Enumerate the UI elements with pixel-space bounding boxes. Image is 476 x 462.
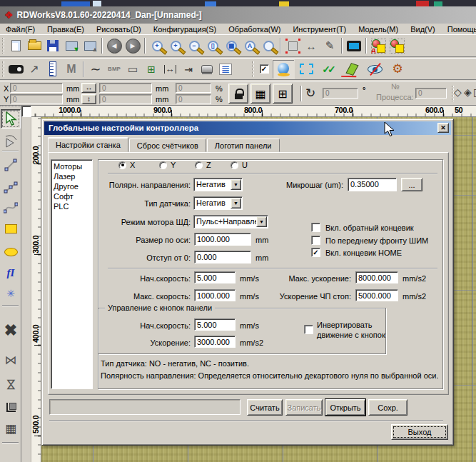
list-item-other[interactable]: Другое (51, 181, 92, 191)
edit-pen-button[interactable]: ✎ (320, 36, 339, 55)
menu-item-help[interactable]: Помощь(H) (447, 25, 476, 34)
axis-radio-x[interactable]: X (118, 161, 135, 169)
material-test-button[interactable] (340, 59, 363, 79)
height-scale-field[interactable]: 0 (176, 94, 211, 104)
h-distribute-button[interactable]: ↔ (161, 60, 179, 79)
polarity-combo[interactable]: Негатив ▼ (193, 178, 243, 191)
microstep-more-button[interactable]: ... (401, 178, 422, 191)
toolbar-handle[interactable] (252, 61, 254, 77)
dialog-close-button[interactable]: ✕ (437, 123, 449, 133)
menu-item-model[interactable]: Модель(M) (358, 25, 398, 34)
verify-button[interactable]: ✓✓ (318, 59, 340, 79)
manual-move-button[interactable]: M (62, 60, 81, 79)
frame-select-button[interactable] (283, 36, 302, 55)
polyline-tool-button[interactable] (1, 176, 21, 196)
settings-button[interactable]: ⚙ (386, 59, 409, 79)
text-tool-button[interactable]: fI (1, 263, 21, 283)
grid-snap-button[interactable]: ▦ (250, 84, 270, 104)
open-file-button[interactable] (25, 36, 44, 55)
menu-item-edit[interactable]: Правка(E) (47, 25, 84, 34)
menu-item-file[interactable]: Файл(F) (6, 25, 35, 34)
zoom-in-button[interactable]: + (166, 36, 185, 55)
rectangle-tool-button[interactable] (1, 219, 21, 238)
lock-ratio-button[interactable] (228, 84, 248, 104)
hide-outline-button[interactable] (363, 59, 386, 79)
microstep-field[interactable]: 0.35000 (348, 178, 397, 191)
undo-button[interactable]: ◀ (105, 36, 123, 55)
mirror-vertical-button[interactable]: ⋈ (1, 375, 21, 394)
zoom-out-button[interactable]: − (185, 36, 203, 55)
rect-check-button[interactable]: ▭ (123, 60, 142, 79)
dimension-button[interactable]: ↔ (302, 36, 320, 55)
width-field[interactable]: 0 (99, 83, 152, 93)
list-item-motors[interactable]: Моторы (51, 161, 92, 171)
tab-machine-settings[interactable]: Настройки станка (48, 137, 128, 152)
height-field[interactable]: 0 (99, 94, 152, 104)
task-list-button[interactable]: ≣ (216, 60, 235, 79)
write-button[interactable]: Записать (285, 399, 323, 416)
zoom-tool-button[interactable] (259, 36, 278, 55)
dropdown-arrow-icon[interactable]: ▼ (231, 198, 241, 209)
node-edit-button[interactable]: ⊞ (142, 60, 161, 79)
motor-mode-combo[interactable]: Пульс+Направлен ▼ (193, 215, 268, 229)
checkbox-pwm-front[interactable]: По переднему фронту ШИМ (311, 236, 428, 245)
axis-radio-u[interactable]: U (231, 161, 248, 169)
menu-item-draw[interactable]: Рисовать(D) (96, 25, 141, 34)
toolbar-handle[interactable] (2, 61, 4, 77)
tab-reset-counters[interactable]: Сброс счётчиков (129, 139, 206, 152)
menu-item-tool[interactable]: Инструмент(T) (293, 25, 346, 34)
offset-field[interactable]: 0.000 (194, 251, 251, 263)
weld-button-2[interactable]: ◈ (464, 86, 472, 98)
axis-size-field[interactable]: 1000.000 (194, 233, 251, 246)
export-button[interactable]: ▲ (81, 36, 99, 55)
list-item-soft-plc[interactable]: Софт PLC (51, 191, 92, 211)
laser-head-button[interactable] (6, 60, 25, 79)
import-button[interactable]: ▼ (62, 36, 81, 55)
ellipse-tool-button[interactable] (1, 242, 21, 261)
device-monitor-button[interactable] (345, 36, 363, 55)
menu-item-view[interactable]: Вид(V) (410, 25, 435, 34)
zoom-all-button[interactable]: ▦ (222, 36, 240, 55)
measure-button[interactable] (44, 60, 62, 79)
page-origin-button[interactable]: ⊞ (273, 84, 293, 104)
panel-acc-field[interactable]: 3000.000 (194, 336, 236, 348)
estop-acc-field[interactable]: 5000.000 (355, 289, 398, 301)
array-copy-button[interactable]: ▦ (1, 419, 21, 438)
max-acc-field[interactable]: 8000.000 (355, 271, 398, 283)
x-position-field[interactable]: 0 (10, 83, 63, 93)
weld-button-1[interactable]: ◇ (454, 86, 462, 98)
align-edge-button[interactable]: ⇥ (179, 60, 198, 79)
save-button[interactable] (44, 36, 62, 55)
curve-smooth-button[interactable]: ∼ (86, 60, 105, 79)
output-enable-checkbox[interactable]: ✓ (256, 60, 272, 79)
tab-panel-logo[interactable]: Логотип панели (207, 139, 280, 152)
read-button[interactable]: Считать (247, 399, 283, 416)
checkbox-home-limit[interactable]: ✓ Вкл. концевик HOME (311, 248, 402, 257)
open-button[interactable]: Открыть (325, 399, 365, 416)
y-position-field[interactable]: 0 (10, 94, 63, 104)
width-arrow-button[interactable]: ↔ (81, 83, 96, 93)
press-output-button[interactable] (198, 60, 216, 79)
set-origin-button[interactable] (1, 398, 21, 417)
list-item-laser[interactable]: Лазер (51, 171, 92, 181)
preview-output-a-button[interactable]: Д (369, 36, 388, 55)
width-scale-field[interactable]: 0 (176, 83, 211, 93)
marquee-select-button[interactable] (295, 59, 318, 79)
zoom-pan-button[interactable]: + (148, 36, 166, 55)
select-tool-button[interactable] (1, 109, 21, 129)
axis-radio-y[interactable]: Y (159, 161, 176, 169)
zoom-selection-button[interactable]: A (240, 36, 259, 55)
window-titlebar[interactable]: ❖ RDWorksV8.01.60-20220414_Dan-[Unnamed-… (0, 6, 476, 24)
panel-start-speed-field[interactable]: 5.000 (194, 318, 236, 331)
zoom-page-button[interactable]: ▯ (203, 36, 222, 55)
toolbar-handle[interactable] (2, 38, 4, 54)
process-number-field[interactable]: 0 (415, 88, 447, 99)
mirror-horizontal-button[interactable]: ⋈ (1, 351, 21, 370)
bezier-tool-button[interactable] (1, 198, 21, 217)
pick-coordinate-button[interactable]: ↗ (25, 60, 44, 79)
axis-radio-z[interactable]: Z (195, 161, 211, 169)
menu-item-handle[interactable]: Обработка(W) (228, 25, 280, 34)
rotate-angle-field[interactable]: 0 (323, 88, 358, 99)
node-edit-tool-button[interactable] (1, 131, 21, 150)
menu-item-config[interactable]: Конфигурация(S) (153, 25, 216, 34)
